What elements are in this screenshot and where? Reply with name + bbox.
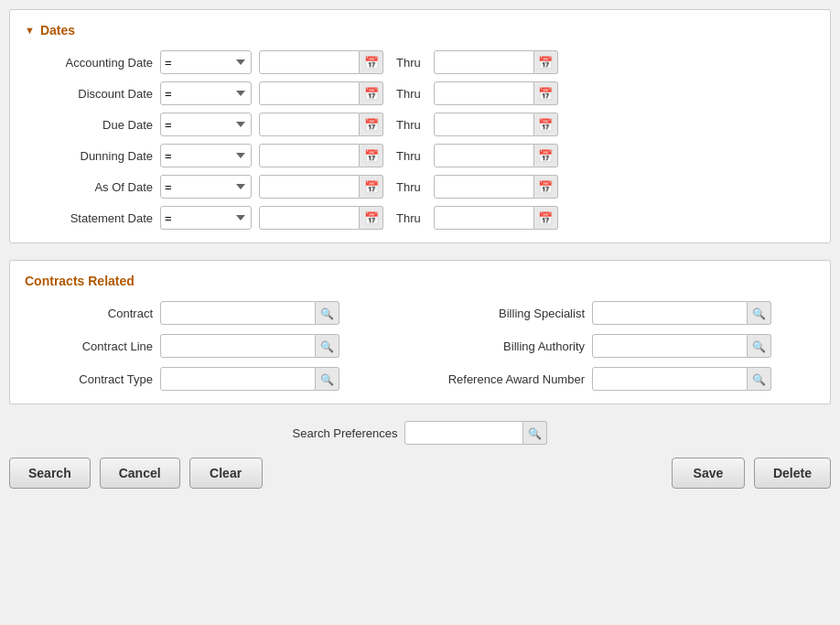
thru-label-4: Thru (396, 180, 421, 194)
date-from-input-3[interactable] (259, 144, 360, 167)
date-operator-2[interactable]: =≠<≤>≥ (160, 113, 252, 136)
date-from-cal-4[interactable]: 📅 (360, 175, 383, 199)
date-label-3: Dunning Date (34, 149, 153, 163)
contracts-left-label-0: Contract (34, 307, 153, 320)
date-row: Statement Date =≠<≤>≥ 📅 Thru 📅 (34, 206, 815, 230)
cal-icon-from-5: 📅 (364, 211, 379, 225)
contracts-right-input-1[interactable] (592, 334, 748, 358)
contracts-right-label-1: Billing Authority (438, 339, 585, 353)
date-to-input-4[interactable] (434, 175, 534, 199)
cal-icon-from-0: 📅 (364, 56, 379, 70)
date-from-cal-1[interactable]: 📅 (360, 81, 383, 105)
dates-section: ▼ Dates Accounting Date =≠<≤>≥ 📅 Thru 📅 (9, 9, 831, 243)
contracts-left-field: Contract Type (34, 367, 402, 391)
dates-collapse-arrow[interactable]: ▼ (25, 25, 35, 36)
date-from-wrap-5: 📅 (259, 206, 383, 230)
date-to-wrap-3: 📅 (434, 144, 558, 167)
date-to-cal-3[interactable]: 📅 (534, 144, 558, 167)
cal-icon-to-1: 📅 (538, 87, 553, 101)
date-row: Accounting Date =≠<≤>≥ 📅 Thru 📅 (34, 50, 815, 74)
clear-button[interactable]: Clear (189, 458, 263, 489)
cal-icon-from-4: 📅 (364, 180, 379, 194)
date-to-wrap-0: 📅 (434, 50, 558, 74)
date-from-wrap-2: 📅 (259, 113, 383, 136)
prefs-input[interactable] (404, 421, 523, 445)
search-button[interactable]: Search (9, 458, 91, 489)
contracts-right-label-2: Reference Award Number (438, 372, 585, 386)
date-to-cal-4[interactable]: 📅 (534, 175, 558, 199)
contracts-section-header: Contracts Related (25, 274, 815, 288)
contracts-right-icon-1 (752, 339, 766, 353)
contracts-left-wrap-0 (160, 301, 339, 325)
cancel-button[interactable]: Cancel (100, 458, 180, 489)
date-row: As Of Date =≠<≤>≥ 📅 Thru 📅 (34, 175, 815, 199)
dates-grid: Accounting Date =≠<≤>≥ 📅 Thru 📅 Discount… (25, 50, 815, 230)
date-to-cal-0[interactable]: 📅 (534, 50, 558, 74)
contracts-right-btn-1[interactable] (748, 334, 771, 358)
thru-label-5: Thru (396, 211, 421, 225)
cal-icon-to-2: 📅 (538, 118, 553, 132)
contracts-left-field: Contract (34, 301, 402, 325)
prefs-input-wrap (404, 421, 547, 445)
date-to-input-1[interactable] (434, 81, 534, 105)
date-from-input-2[interactable] (259, 113, 360, 136)
prefs-search-btn[interactable] (523, 421, 547, 445)
contracts-left-input-2[interactable] (160, 367, 316, 391)
date-operator-1[interactable]: =≠<≤>≥ (160, 81, 252, 105)
thru-label-1: Thru (396, 87, 421, 101)
date-to-input-3[interactable] (434, 144, 534, 167)
contracts-right-icon-0 (752, 306, 766, 320)
date-operator-3[interactable]: =≠<≤>≥ (160, 144, 252, 167)
cal-icon-from-3: 📅 (364, 149, 379, 163)
date-operator-0[interactable]: =≠<≤>≥ (160, 50, 252, 74)
date-to-wrap-5: 📅 (434, 206, 558, 230)
date-from-wrap-1: 📅 (259, 81, 383, 105)
bottom-buttons: Search Cancel Clear Save Delete (9, 458, 831, 489)
contracts-right-input-0[interactable] (592, 301, 748, 325)
contracts-left-btn-2[interactable] (316, 367, 339, 391)
contracts-left-input-1[interactable] (160, 334, 316, 358)
date-to-cal-5[interactable]: 📅 (534, 206, 558, 230)
contracts-right-field: Reference Award Number (438, 367, 806, 391)
delete-button[interactable]: Delete (754, 458, 831, 489)
date-from-input-4[interactable] (259, 175, 360, 199)
contracts-left-icon-1 (320, 339, 334, 353)
date-from-input-1[interactable] (259, 81, 360, 105)
date-label-0: Accounting Date (34, 56, 153, 70)
contracts-left-icon-0 (320, 306, 334, 320)
contracts-left-label-1: Contract Line (34, 339, 153, 353)
contracts-left-field: Contract Line (34, 334, 402, 358)
contracts-left-input-0[interactable] (160, 301, 316, 325)
contracts-right-btn-0[interactable] (748, 301, 771, 325)
date-operator-4[interactable]: =≠<≤>≥ (160, 175, 252, 199)
date-from-input-0[interactable] (259, 50, 360, 74)
date-from-wrap-3: 📅 (259, 144, 383, 167)
date-to-input-0[interactable] (434, 50, 534, 74)
date-from-cal-3[interactable]: 📅 (360, 144, 383, 167)
contracts-right-wrap-1 (592, 334, 771, 358)
date-from-cal-5[interactable]: 📅 (360, 206, 383, 230)
contracts-right-wrap-2 (592, 367, 771, 391)
contracts-left-btn-1[interactable] (316, 334, 339, 358)
contracts-left-label-2: Contract Type (34, 372, 153, 386)
cal-icon-from-2: 📅 (364, 118, 379, 132)
date-label-4: As Of Date (34, 180, 153, 194)
date-row: Dunning Date =≠<≤>≥ 📅 Thru 📅 (34, 144, 815, 167)
date-to-cal-2[interactable]: 📅 (534, 113, 558, 136)
contracts-grid: Contract Billing Specialist Contract Lin… (25, 301, 815, 391)
save-button[interactable]: Save (672, 458, 745, 489)
date-from-cal-2[interactable]: 📅 (360, 113, 383, 136)
date-to-input-5[interactable] (434, 206, 534, 230)
date-to-cal-1[interactable]: 📅 (534, 81, 558, 105)
date-operator-5[interactable]: =≠<≤>≥ (160, 206, 252, 230)
contracts-left-icon-2 (320, 372, 334, 386)
date-to-input-2[interactable] (434, 113, 534, 136)
date-from-cal-0[interactable]: 📅 (360, 50, 383, 74)
contracts-left-btn-0[interactable] (316, 301, 339, 325)
date-label-1: Discount Date (34, 87, 153, 101)
date-row: Discount Date =≠<≤>≥ 📅 Thru 📅 (34, 81, 815, 105)
contracts-right-btn-2[interactable] (748, 367, 771, 391)
contracts-right-input-2[interactable] (592, 367, 748, 391)
date-from-input-5[interactable] (259, 206, 360, 230)
date-label-2: Due Date (34, 118, 153, 132)
